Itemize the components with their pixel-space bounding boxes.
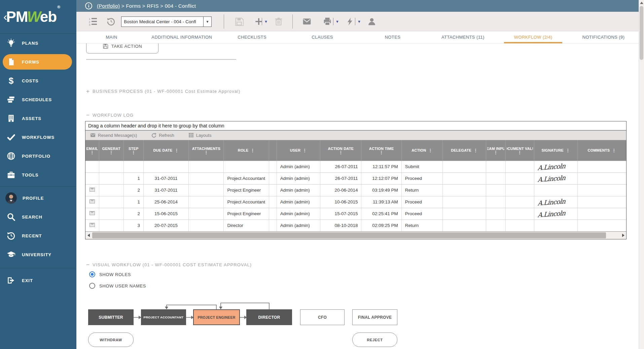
take-action-button[interactable]: TAKE ACTION xyxy=(86,43,158,53)
sidebar-item-assets[interactable]: ASSETS xyxy=(0,109,76,128)
workflow-log-row[interactable]: 125-06-2014Project AccountantAdmin (admi… xyxy=(85,196,626,208)
workflow-log-row[interactable]: Admin (admin)26-07-201112:11:57 PMSubmit… xyxy=(85,161,626,172)
sidebar-item-workflows[interactable]: WORKFLOWS xyxy=(0,128,76,147)
column-header-step[interactable]: STEP⋮ xyxy=(123,140,143,161)
tab-main[interactable]: MAIN xyxy=(76,31,147,43)
sidebar-item-profile[interactable]: PROFILE xyxy=(0,189,76,207)
sidebar-item-recent[interactable]: RECENT xyxy=(0,226,76,245)
tab-notes[interactable]: NOTES xyxy=(358,31,428,43)
record-selector-dropdown-icon[interactable]: ▼ xyxy=(203,17,211,27)
column-header-action-date[interactable]: ACTION DATE⋮ xyxy=(320,140,361,161)
column-header-comments[interactable]: COMMENTS⋮ xyxy=(578,140,626,161)
column-menu-icon[interactable]: ⋮ xyxy=(473,149,478,152)
column-header-generat[interactable]: GENERAT⋮ xyxy=(99,140,123,161)
workflow-log-row[interactable]: 320-07-2015DirectorAdmin (admin)08-10-20… xyxy=(85,220,626,231)
scroll-left-arrow-icon[interactable] xyxy=(85,232,92,239)
horizontal-scrollbar-thumb[interactable] xyxy=(92,232,606,238)
cell-role: Project Engineer xyxy=(224,208,269,220)
tab-clauses[interactable]: CLAUSES xyxy=(287,31,358,43)
top-header-bar: i (Portfolio) > Forms > RFIS > 004 - Con… xyxy=(76,0,639,12)
group-by-drop-zone[interactable]: Drag a column header and drop it here to… xyxy=(85,121,626,130)
radio-selected-icon[interactable] xyxy=(89,271,95,277)
column-header-due-date[interactable]: DUE DATE⋮ xyxy=(143,140,188,161)
column-menu-icon[interactable]: ⋮ xyxy=(566,149,570,152)
table-horizontal-scrollbar[interactable] xyxy=(85,231,626,239)
print-icon[interactable] xyxy=(323,17,332,26)
collapse-minus-icon[interactable]: − xyxy=(86,263,90,267)
column-header-team-input[interactable]: TEAM INPUT⋮ xyxy=(486,140,505,161)
delete-icon[interactable] xyxy=(274,17,283,26)
column-menu-icon[interactable]: ⋮ xyxy=(612,149,616,152)
tab-notifications-9[interactable]: NOTIFICATIONS (9) xyxy=(568,31,639,43)
window-vertical-scrollbar[interactable] xyxy=(639,0,644,349)
sidebar-item-tools[interactable]: TOOLS xyxy=(0,165,76,184)
refresh-button[interactable]: Refresh xyxy=(151,132,174,138)
reject-button[interactable]: REJECT xyxy=(352,333,397,347)
radio-unselected-icon[interactable] xyxy=(89,283,95,289)
column-menu-icon[interactable]: ⋮ xyxy=(517,151,522,154)
sidebar-item-costs[interactable]: $COSTS xyxy=(0,71,76,90)
column-header-action[interactable]: ACTION⋮ xyxy=(401,140,442,161)
tab-attachments-11[interactable]: ATTACHMENTS (11) xyxy=(428,31,498,43)
scroll-right-arrow-icon[interactable] xyxy=(620,232,626,239)
column-menu-icon[interactable]: ⋮ xyxy=(302,149,307,152)
info-icon[interactable]: i xyxy=(85,2,92,9)
numbered-list-icon[interactable]: 123 xyxy=(89,17,98,26)
column-menu-icon[interactable]: ⋮ xyxy=(109,151,113,154)
tab-additional-information[interactable]: ADDITIONAL INFORMATION xyxy=(147,31,217,43)
column-menu-icon[interactable]: ⋮ xyxy=(494,151,498,154)
cell-email_icon xyxy=(85,208,99,220)
tab-checklists[interactable]: CHECKLISTS xyxy=(217,31,287,43)
workflow-log-row[interactable]: 215-06-2015Project EngineerAdmin (admin)… xyxy=(85,208,626,220)
expand-plus-icon[interactable]: + xyxy=(86,90,90,93)
pmweb-logo[interactable]: ‹PMWeb® xyxy=(0,0,76,34)
column-label: ACTION xyxy=(412,148,426,152)
sidebar-item-search[interactable]: SEARCH xyxy=(0,207,76,226)
collapse-minus-icon[interactable]: − xyxy=(86,114,90,117)
column-header-user[interactable]: USER⋮ xyxy=(277,140,320,161)
column-menu-icon[interactable]: ⋮ xyxy=(428,149,433,152)
workflow-log-row[interactable]: 131-07-2011Project AccountantAdmin (admi… xyxy=(85,172,626,184)
show-roles-radio[interactable]: SHOW ROLES xyxy=(89,271,131,277)
withdraw-button[interactable]: WITHDRAW xyxy=(88,333,134,347)
column-menu-icon[interactable]: ⋮ xyxy=(90,151,94,154)
column-menu-icon[interactable]: ⋮ xyxy=(250,149,255,152)
cell-attachments xyxy=(189,208,224,220)
layouts-button[interactable]: Layouts xyxy=(188,132,212,138)
user-icon[interactable] xyxy=(367,17,376,26)
column-menu-icon[interactable]: ⋮ xyxy=(379,151,384,154)
sidebar-item-university[interactable]: UNIVERSITY xyxy=(0,245,76,264)
show-user-names-radio[interactable]: SHOW USER NAMES xyxy=(89,283,146,289)
breadcrumb-portfolio-link[interactable]: (Portfolio) xyxy=(97,3,120,9)
column-header-document-value[interactable]: DOCUMENT VALUE⋮ xyxy=(505,140,534,161)
column-menu-icon[interactable]: ⋮ xyxy=(174,149,179,152)
column-header-attachments[interactable]: ATTACHMENTS⋮ xyxy=(189,140,224,161)
print-dropdown-caret-icon[interactable]: ▼ xyxy=(335,20,339,24)
record-selector[interactable]: Boston Medical Center - 004 - Confl ▼ xyxy=(121,16,212,27)
mail-icon[interactable] xyxy=(302,17,311,26)
save-icon[interactable] xyxy=(235,17,244,26)
column-menu-icon[interactable]: ⋮ xyxy=(204,151,208,154)
column-header-signature[interactable]: SIGNATURE⋮ xyxy=(534,140,577,161)
column-header-delegate[interactable]: DELEGATE⋮ xyxy=(443,140,486,161)
column-header-role[interactable]: ROLE⋮ xyxy=(224,140,269,161)
history-icon[interactable] xyxy=(107,17,115,26)
lightning-dropdown-caret-icon[interactable]: ▼ xyxy=(357,20,361,24)
tab-workflow-2-4[interactable]: WORKFLOW (2/4) xyxy=(498,31,568,43)
workflow-log-row[interactable]: 231-07-2011Project EngineerAdmin (admin)… xyxy=(85,184,626,196)
vertical-scrollbar-thumb[interactable] xyxy=(640,6,643,60)
lightning-icon[interactable] xyxy=(346,17,354,26)
scroll-up-arrow-icon[interactable] xyxy=(640,2,643,4)
resend-message-s-button[interactable]: Resend Message(s) xyxy=(90,132,137,138)
sidebar-item-portfolio[interactable]: PORTFOLIO xyxy=(0,147,76,165)
add-dropdown-caret-icon[interactable]: ▼ xyxy=(264,20,268,24)
sidebar-item-exit[interactable]: EXIT xyxy=(0,271,76,290)
column-header-email[interactable]: EMAIL⋮ xyxy=(85,140,99,161)
sidebar-item-plans[interactable]: PLANS xyxy=(0,34,76,52)
column-menu-icon[interactable]: ⋮ xyxy=(131,151,136,154)
column-menu-icon[interactable]: ⋮ xyxy=(338,151,343,154)
logo-eb: eb xyxy=(40,8,57,25)
sidebar-item-forms[interactable]: FORMS xyxy=(0,52,76,71)
column-header-action-time[interactable]: ACTION TIME⋮ xyxy=(361,140,401,161)
sidebar-item-schedules[interactable]: SCHEDULES xyxy=(0,90,76,109)
